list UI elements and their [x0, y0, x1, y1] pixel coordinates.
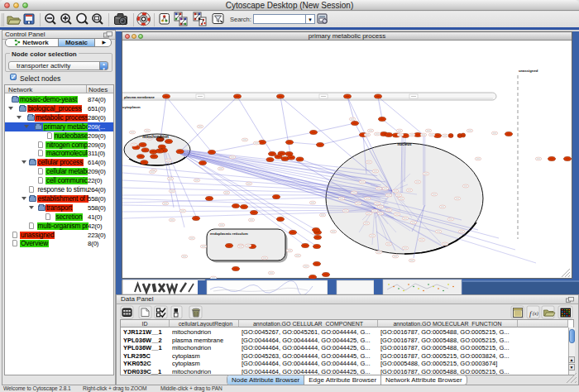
svg-text:nucleus: nucleus: [397, 142, 412, 146]
svg-text:plasma membrane: plasma membrane: [124, 95, 155, 99]
svg-text:unassigned: unassigned: [519, 69, 538, 73]
svg-text:mitochondrion: mitochondrion: [142, 135, 169, 139]
svg-text:(x): (x): [533, 311, 538, 317]
svg-text:endoplasmic reticulum: endoplasmic reticulum: [210, 232, 248, 236]
svg-text:cytoplasm: cytoplasm: [122, 105, 141, 109]
